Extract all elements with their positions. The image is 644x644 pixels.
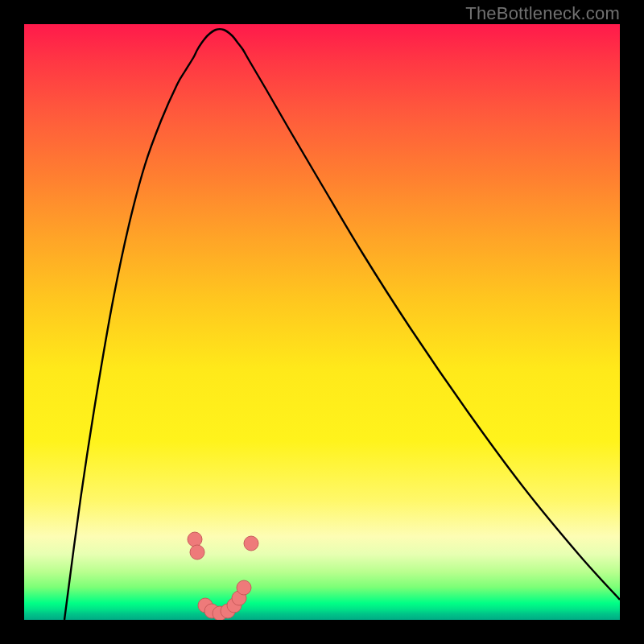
curve-layer bbox=[24, 24, 620, 620]
curve-marker bbox=[244, 536, 258, 551]
marker-group bbox=[188, 532, 258, 620]
curve-marker bbox=[188, 532, 202, 547]
watermark-text: TheBottleneck.com bbox=[465, 3, 620, 24]
bottleneck-curve bbox=[64, 29, 620, 620]
curve-marker bbox=[237, 580, 251, 595]
chart-frame: TheBottleneck.com bbox=[0, 0, 644, 644]
curve-marker bbox=[190, 545, 204, 559]
plot-area bbox=[24, 24, 620, 620]
